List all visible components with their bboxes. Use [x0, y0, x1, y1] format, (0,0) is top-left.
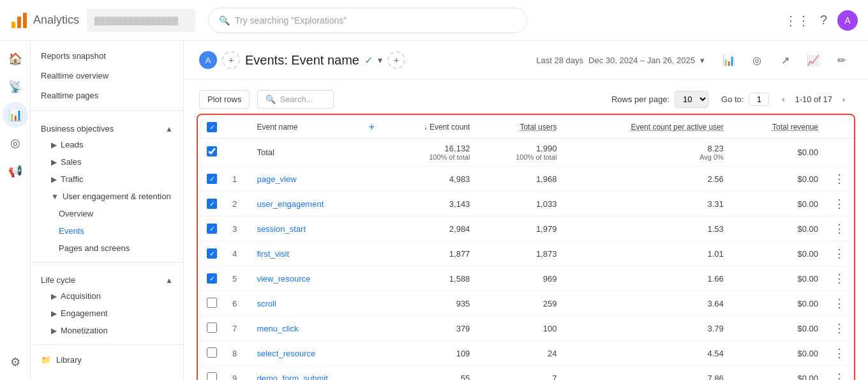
- more-icon[interactable]: ⋮: [834, 272, 845, 285]
- row-total-users: 969: [477, 266, 564, 291]
- sidebar-item-events[interactable]: Events: [31, 222, 183, 239]
- svg-rect-0: [11, 22, 15, 28]
- add-metric-btn[interactable]: +: [387, 51, 405, 69]
- more-icon[interactable]: ⋮: [834, 247, 845, 260]
- event-name-link[interactable]: scroll: [257, 299, 276, 308]
- event-name-link[interactable]: demo_form_submit: [257, 374, 327, 381]
- share-btn[interactable]: ↗: [774, 49, 797, 72]
- sidebar-item-library[interactable]: 📁 Library: [31, 350, 183, 370]
- row-event-name: user_engagement: [249, 192, 382, 217]
- row-checkbox[interactable]: [207, 347, 217, 358]
- reports-icon-btn[interactable]: 📊: [3, 102, 28, 128]
- chart-view-btn[interactable]: 📊: [717, 49, 740, 72]
- row-checkbox-checked[interactable]: ✓: [207, 248, 217, 259]
- sidebar-section-lifecycle[interactable]: Life cycle ▲: [31, 268, 183, 287]
- event-name-link[interactable]: session_start: [257, 224, 306, 234]
- header-actions: 📊 ◎ ↗ 📈 ✏: [717, 49, 853, 72]
- sidebar-item-realtime-overview[interactable]: Realtime overview: [31, 66, 183, 86]
- event-name-link[interactable]: first_visit: [257, 249, 289, 259]
- th-total-users: Total users: [477, 116, 564, 139]
- row-checkbox-checked[interactable]: ✓: [207, 174, 217, 184]
- row-more-btn[interactable]: ⋮: [826, 266, 853, 291]
- more-icon[interactable]: ⋮: [834, 297, 845, 310]
- event-name-link[interactable]: page_view: [257, 174, 296, 184]
- row-more-btn[interactable]: ⋮: [826, 341, 853, 366]
- rows-per-page-select[interactable]: 10 25 50: [675, 91, 708, 108]
- add-column-icon[interactable]: +: [369, 121, 375, 133]
- main-layout: 🏠 📡 📊 ◎ 📢 ⚙ Reports snapshot Realtime ov…: [0, 41, 868, 380]
- date-range[interactable]: Last 28 days Dec 30, 2024 – Jan 26, 2025…: [536, 56, 705, 65]
- prev-page-btn[interactable]: ‹: [774, 91, 792, 109]
- sidebar-item-pages-and-screens[interactable]: Pages and screens: [31, 239, 183, 257]
- sidebar-item-engagement[interactable]: ▶ Engagement: [31, 305, 183, 322]
- row-more-btn[interactable]: ⋮: [826, 167, 853, 192]
- row-checkbox-checked[interactable]: ✓: [207, 199, 217, 209]
- select-all-checkbox[interactable]: ✓: [207, 122, 217, 132]
- global-search[interactable]: 🔍 Try searching "Explorations": [208, 8, 527, 33]
- sidebar-item-traffic[interactable]: ▶ Traffic: [31, 171, 183, 188]
- more-icon[interactable]: ⋮: [834, 372, 845, 380]
- line-chart-btn[interactable]: 📈: [802, 49, 825, 72]
- event-name-link[interactable]: menu_click: [257, 324, 298, 333]
- row-more-btn[interactable]: ⋮: [826, 291, 853, 316]
- row-total-revenue: $0.00: [731, 341, 826, 366]
- report-title-dropdown[interactable]: ▾: [378, 55, 382, 65]
- row-checkbox-checked[interactable]: ✓: [207, 224, 217, 234]
- row-checkbox[interactable]: [207, 323, 217, 333]
- total-checkbox[interactable]: [207, 146, 217, 156]
- event-name-link[interactable]: user_engagement: [257, 199, 324, 209]
- row-checkbox-checked[interactable]: ✓: [207, 273, 217, 284]
- explore-icon-btn[interactable]: ◎: [3, 130, 28, 156]
- grid-icon[interactable]: ⋮⋮: [784, 13, 810, 28]
- table-row: ✓3session_start2,9841,9791.53$0.00⋮: [199, 217, 853, 241]
- sidebar-item-reports-snapshot[interactable]: Reports snapshot: [31, 46, 183, 66]
- more-icon[interactable]: ⋮: [834, 222, 845, 235]
- go-to-input[interactable]: [749, 93, 769, 106]
- compare-btn[interactable]: ◎: [745, 49, 768, 72]
- sidebar-item-user-engagement[interactable]: ▼ User engagement & retention: [31, 188, 183, 205]
- row-more-btn[interactable]: ⋮: [826, 366, 853, 381]
- edit-btn[interactable]: ✏: [830, 49, 853, 72]
- realtime-icon-btn[interactable]: 📡: [3, 74, 28, 100]
- help-icon[interactable]: ?: [820, 13, 827, 27]
- row-event-count: 1,588: [382, 266, 477, 291]
- more-icon[interactable]: ⋮: [834, 172, 845, 185]
- event-name-link[interactable]: select_resource: [257, 349, 315, 358]
- divider-3: [31, 344, 183, 345]
- sidebar-item-sales[interactable]: ▶ Sales: [31, 153, 183, 171]
- sidebar-item-overview[interactable]: Overview: [31, 205, 183, 222]
- home-icon-btn[interactable]: 🏠: [3, 46, 28, 72]
- row-ecpau: 3.64: [564, 291, 731, 316]
- row-checkbox[interactable]: [207, 298, 217, 308]
- table-row: ✓2user_engagement3,1431,0333.31$0.00⋮: [199, 192, 853, 217]
- advertising-icon-btn[interactable]: 📢: [3, 158, 28, 184]
- sidebar-item-monetization[interactable]: ▶ Monetization: [31, 322, 183, 339]
- property-selector[interactable]: ▓▓▓▓▓▓▓▓▓▓▓▓▓▓▓: [87, 9, 195, 32]
- add-comparison-btn[interactable]: +: [222, 51, 240, 69]
- sidebar-item-leads[interactable]: ▶ Leads: [31, 136, 183, 153]
- plot-rows-button[interactable]: Plot rows: [199, 90, 250, 109]
- next-page-btn[interactable]: ›: [835, 91, 853, 109]
- row-more-btn[interactable]: ⋮: [826, 217, 853, 241]
- more-icon[interactable]: ⋮: [834, 197, 845, 210]
- row-more-btn[interactable]: ⋮: [826, 192, 853, 217]
- row-total-users: 1,979: [477, 217, 564, 241]
- row-total-revenue: $0.00: [731, 291, 826, 316]
- event-name-link[interactable]: view_resource: [257, 274, 310, 284]
- sidebar-section-business-objectives[interactable]: Business objectives ▲: [31, 116, 183, 136]
- row-checkbox[interactable]: [207, 372, 217, 381]
- row-more-btn[interactable]: ⋮: [826, 316, 853, 341]
- row-event-count: 1,877: [382, 241, 477, 266]
- settings-icon-btn[interactable]: ⚙: [3, 349, 28, 375]
- table-toolbar: Plot rows 🔍 Search... Rows per page: 10 …: [199, 90, 853, 109]
- search-placeholder-text: Search...: [280, 95, 313, 104]
- more-icon[interactable]: ⋮: [834, 322, 845, 335]
- row-ecpau: 2.56: [564, 167, 731, 192]
- pagination-text: 1-10 of 17: [795, 95, 832, 104]
- row-more-btn[interactable]: ⋮: [826, 241, 853, 266]
- sidebar-item-realtime-pages[interactable]: Realtime pages: [31, 86, 183, 105]
- table-search[interactable]: 🔍 Search...: [257, 90, 334, 109]
- user-avatar[interactable]: A: [837, 10, 858, 31]
- more-icon[interactable]: ⋮: [834, 347, 845, 360]
- sidebar-item-acquisition[interactable]: ▶ Acquisition: [31, 287, 183, 305]
